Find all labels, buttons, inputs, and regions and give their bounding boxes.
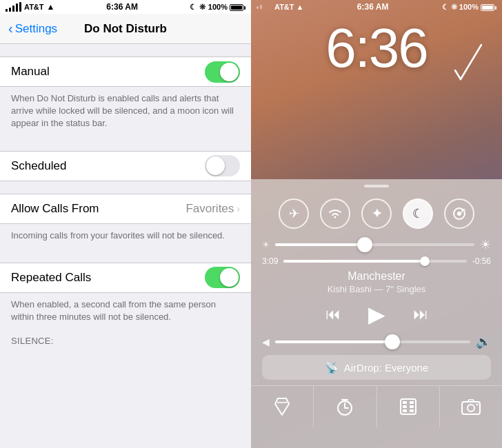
allow-calls-section: Allow Calls From Favorites › Incoming ca… (0, 194, 251, 250)
manual-label: Manual (11, 65, 50, 79)
bluetooth-button[interactable]: ✦ (361, 198, 392, 229)
flashlight-button[interactable] (251, 386, 314, 427)
settings-panel: AT&T ▲ 6:36 AM ☾ ❊ 100% ‹ Settings Do No… (0, 0, 251, 448)
status-right: ☾ ❊ 100% (190, 3, 245, 12)
song-title: Manchester (262, 270, 491, 283)
silence-section-header: SILENCE: (0, 332, 251, 349)
dnd-button[interactable]: ☾ (403, 198, 433, 229)
navigation-bar: ‹ Settings Do Not Disturb (0, 14, 251, 44)
allow-calls-value: Favorites › (185, 202, 240, 216)
manual-toggle[interactable] (205, 61, 240, 83)
time-elapsed: 3:09 (262, 256, 278, 266)
song-artist: Kishi Bashi — 7" Singles (262, 284, 491, 294)
airplane-mode-button[interactable]: ✈ (279, 198, 309, 229)
airdrop-icon: 📡 (325, 361, 339, 374)
allow-calls-label: Allow Calls From (11, 202, 99, 216)
repeated-calls-cell: Repeated Calls (0, 263, 251, 293)
wifi-icon: ▲ (47, 2, 55, 12)
back-chevron-icon: ‹ (8, 21, 13, 37)
brightness-fill (275, 243, 365, 246)
scheduled-label: Scheduled (11, 159, 66, 173)
timer-button[interactable] (314, 386, 376, 427)
wifi-icon-right: ▲ (297, 3, 304, 11)
status-bar-right: AT&T ▲ 6:36 AM ☾ ❊ 100% (251, 0, 502, 14)
battery-label-right: 100% (459, 3, 496, 11)
brightness-low-icon: ☀ (262, 240, 270, 250)
repeated-calls-toggle[interactable] (205, 267, 240, 288)
back-label[interactable]: Settings (15, 22, 57, 36)
status-left: AT&T ▲ (6, 2, 54, 12)
svg-point-19 (468, 405, 474, 411)
carrier-label: AT&T (24, 3, 44, 11)
wifi-button[interactable] (320, 198, 350, 229)
svg-rect-14 (403, 405, 407, 408)
play-button[interactable]: ▶ (368, 301, 385, 327)
cc-icons-row: ✈ ✦ ☾ (251, 193, 502, 234)
cc-bottom-row (251, 385, 502, 427)
allow-calls-cell[interactable]: Allow Calls From Favorites › (0, 194, 251, 224)
time-label: 6:36 AM (106, 2, 138, 12)
svg-marker-4 (275, 398, 289, 415)
fast-forward-button[interactable]: ⏭ (413, 305, 428, 323)
bluetooth-icon-right: ❊ (451, 3, 457, 12)
arrow-indicator (447, 41, 488, 92)
svg-point-20 (476, 404, 478, 406)
time-label-right: 6:36 AM (357, 2, 389, 12)
back-button[interactable]: ‹ Settings (8, 21, 57, 37)
brightness-slider-row: ☀ ☀ (251, 234, 502, 255)
cc-handle (251, 179, 502, 193)
moon-icon: ☾ (190, 3, 197, 12)
cc-handle-bar (364, 185, 389, 187)
brightness-thumb (357, 237, 372, 252)
rewind-button[interactable]: ⏮ (325, 305, 341, 323)
signal-dots-right (257, 5, 272, 9)
airdrop-label: AirDrop: Everyone (344, 362, 429, 374)
settings-content: Manual When Do Not Disturb is enabled ca… (0, 44, 251, 448)
chevron-icon: › (237, 203, 240, 214)
battery-label: 100% (208, 3, 245, 11)
status-bar-left: AT&T ▲ 6:36 AM ☾ ❊ 100% (0, 0, 251, 14)
volume-high-icon: 🔊 (476, 334, 491, 349)
rotation-lock-button[interactable] (444, 198, 474, 229)
scheduled-toggle[interactable] (205, 155, 240, 176)
signal-dots (6, 2, 21, 12)
camera-button[interactable] (440, 386, 502, 427)
volume-slider-row: ◀ 🔊 (251, 332, 502, 352)
manual-section: Manual When Do Not Disturb is enabled ca… (0, 57, 251, 139)
status-right-left: AT&T ▲ (257, 3, 303, 11)
moon-icon-right: ☾ (442, 3, 449, 12)
allow-calls-description: Incoming calls from your favorites will … (0, 224, 251, 250)
playback-time-row: 3:09 -0:56 (251, 255, 502, 267)
repeated-calls-description: When enabled, a second call from the sam… (0, 293, 251, 332)
control-center: ✈ ✦ ☾ ☀ (251, 179, 502, 448)
scheduled-toggle-thumb (206, 156, 225, 175)
volume-thumb (385, 334, 400, 349)
calculator-button[interactable] (377, 386, 440, 427)
battery-icon (230, 4, 245, 11)
svg-rect-17 (410, 409, 414, 412)
svg-point-3 (457, 212, 461, 216)
svg-line-0 (461, 45, 481, 79)
brightness-track[interactable] (275, 243, 474, 246)
volume-fill (275, 340, 392, 343)
battery-icon-right (481, 4, 496, 11)
carrier-label-right: AT&T (274, 3, 294, 11)
manual-description: When Do Not Disturb is enabled calls and… (0, 87, 251, 139)
volume-track[interactable] (275, 340, 470, 343)
brightness-high-icon: ☀ (480, 237, 491, 252)
status-right-right: ☾ ❊ 100% (442, 3, 496, 12)
svg-rect-16 (403, 409, 407, 412)
bluetooth-icon: ❊ (199, 3, 205, 12)
repeated-calls-label: Repeated Calls (11, 271, 91, 285)
lock-screen-panel: AT&T ▲ 6:36 AM ☾ ❊ 100% 6:36 (251, 0, 502, 448)
toggle-thumb (220, 63, 239, 81)
time-remaining: -0:56 (472, 256, 491, 266)
repeated-calls-section: Repeated Calls When enabled, a second ca… (0, 263, 251, 332)
svg-rect-12 (403, 401, 407, 404)
airdrop-row[interactable]: 📡 AirDrop: Everyone (262, 355, 491, 380)
manual-cell: Manual (0, 57, 251, 87)
svg-line-1 (455, 70, 461, 79)
scheduled-cell: Scheduled (0, 151, 251, 181)
repeated-calls-toggle-thumb (220, 268, 239, 287)
svg-rect-15 (410, 405, 414, 408)
